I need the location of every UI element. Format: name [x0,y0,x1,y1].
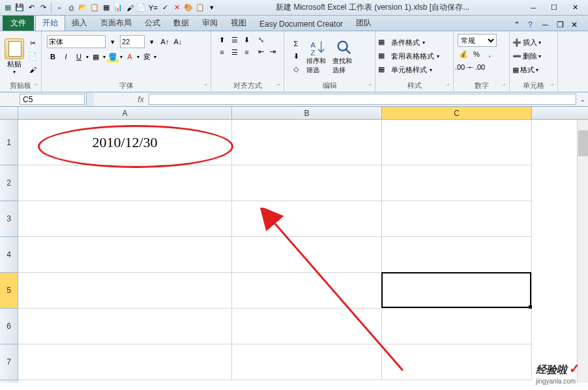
cell-b3[interactable] [232,201,382,237]
cut-icon[interactable]: ✂ [27,38,38,49]
indent-inc-icon[interactable]: ⇥ [267,46,279,57]
cell-a1[interactable]: 2010/12/30 [18,120,232,165]
tab-review[interactable]: 审阅 [196,16,224,31]
help-icon[interactable]: ? [528,20,538,31]
col-header-c[interactable]: C [382,107,532,119]
col-header-a[interactable]: A [18,107,232,119]
number-format-select[interactable]: 常规 [458,34,497,47]
qat-x-icon[interactable]: ✕ [171,3,182,13]
qat-paste-icon[interactable]: 📋 [89,3,100,13]
format-painter-icon[interactable]: 🖌 [27,64,38,76]
font-dd-icon[interactable]: ▾ [107,36,119,48]
conditional-format-button[interactable]: ▦ 条件格式 ▾ [378,36,439,49]
tab-team[interactable]: 团队 [349,16,378,31]
bold-button[interactable]: B [47,51,59,63]
formula-input[interactable] [149,94,576,105]
minimize-button[interactable]: ─ [525,2,541,14]
cell-style-button[interactable]: ▦ 单元格样式 ▾ [378,64,439,77]
row-header-2[interactable]: 2 [0,165,18,201]
cell-b1[interactable] [232,120,382,165]
tab-home[interactable]: 开始 [35,15,65,31]
tab-file[interactable]: 文件 [3,16,34,31]
percent-icon[interactable]: % [471,48,482,60]
qat-color-icon[interactable]: 🎨 [183,3,194,13]
qat-chart-icon[interactable]: 📊 [113,3,123,13]
qat-open-icon[interactable]: 📂 [78,3,88,13]
save-icon[interactable]: 💾 [14,3,25,13]
window-close-icon[interactable]: ✕ [571,20,581,31]
paste-button[interactable]: 粘贴 ▾ [3,38,25,75]
qat-sheet-icon[interactable]: 📄 [136,3,147,13]
align-bot-icon[interactable]: ⬇ [241,34,253,46]
excel-icon[interactable]: ▦ [3,3,13,13]
find-select-button[interactable]: 查找和选择 [332,38,356,75]
align-right-icon[interactable]: ≡ [241,46,253,58]
qat-print-icon[interactable]: ⎙ [66,3,76,13]
tab-layout[interactable]: 页面布局 [94,16,138,31]
insert-cell-button[interactable]: ➕ 插入 ▾ [512,36,541,49]
row-header-1[interactable]: 1 [0,120,18,165]
cell-a6[interactable] [18,309,232,344]
indent-dec-icon[interactable]: ⇤ [256,46,267,57]
fill-icon[interactable]: ⬇ [288,51,304,63]
row-header-7[interactable]: 7 [0,344,18,380]
font-name-select[interactable] [47,35,106,48]
delete-cell-button[interactable]: ➖ 删除 ▾ [512,50,541,63]
vertical-scrollbar[interactable] [577,120,588,383]
orientation-icon[interactable]: ⤡ [256,34,267,46]
align-center-icon[interactable]: ☰ [229,46,241,58]
cell-b2[interactable] [232,165,382,201]
cell-c3[interactable] [382,201,532,237]
cell-c7[interactable] [382,344,532,380]
close-button[interactable]: ✕ [567,2,583,14]
fill-color-icon[interactable]: 🪣 [107,51,119,63]
border-icon[interactable]: ▦ [90,51,102,63]
fx-label[interactable]: fx [133,92,149,106]
font-color-icon[interactable]: A [124,51,136,63]
cell-c5[interactable] [382,273,532,309]
underline-button[interactable]: U [73,51,85,63]
tab-view[interactable]: 视图 [224,16,253,31]
cell-a4[interactable] [18,237,232,273]
qat-new-icon[interactable]: ▫ [54,3,65,13]
cell-c2[interactable] [382,165,532,201]
cell-a3[interactable] [18,201,232,237]
cell-a5[interactable] [18,273,232,309]
qat-brush-icon[interactable]: 🖌 [125,3,135,13]
align-mid-icon[interactable]: ☰ [229,34,241,46]
cell-c4[interactable] [382,237,532,273]
cell-a7[interactable] [18,344,232,380]
dec-decimal-icon[interactable]: ←.00 [471,61,482,73]
cell-c6[interactable] [382,309,532,344]
align-top-icon[interactable]: ⬆ [216,34,228,46]
shrink-font-icon[interactable]: A↓ [172,36,184,48]
redo-icon[interactable]: ↷ [38,3,48,13]
row-header-3[interactable]: 3 [0,201,18,237]
undo-icon[interactable]: ↶ [26,3,37,13]
window-restore-icon[interactable]: ❐ [557,20,567,31]
italic-button[interactable]: I [60,51,72,63]
phonetic-icon[interactable]: 変 [141,51,153,63]
cell-grid[interactable]: 2010/12/30 [18,120,588,383]
align-left-icon[interactable]: ≡ [216,46,228,58]
tab-formulas[interactable]: 公式 [138,16,167,31]
cell-a2[interactable] [18,165,232,201]
minimize-ribbon-icon[interactable]: ⌃ [514,20,524,31]
formula-expand-icon[interactable]: ⌄ [578,92,588,106]
sort-filter-button[interactable]: AZ 排序和筛选 [306,38,330,75]
qat-more-icon[interactable]: ▾ [207,3,217,13]
accounting-icon[interactable]: 💰 [458,48,469,60]
scroll-thumb[interactable] [578,130,588,156]
window-min-icon[interactable]: ─ [542,20,553,31]
name-box-dropdown[interactable] [86,92,94,106]
qat-table-icon[interactable]: ▦ [101,3,111,13]
autosum-icon[interactable]: Σ [288,38,304,49]
cell-c1[interactable] [382,120,532,165]
table-format-button[interactable]: ▦ 套用表格格式 ▾ [378,50,439,63]
cell-b4[interactable] [232,237,382,273]
qat-fx-icon[interactable]: ✓ [160,3,170,13]
format-cell-button[interactable]: ▦ 格式 ▾ [512,64,541,77]
comma-icon[interactable]: , [484,48,495,60]
row-header-6[interactable]: 6 [0,309,18,344]
qat-y-icon[interactable]: Y= [148,3,158,13]
